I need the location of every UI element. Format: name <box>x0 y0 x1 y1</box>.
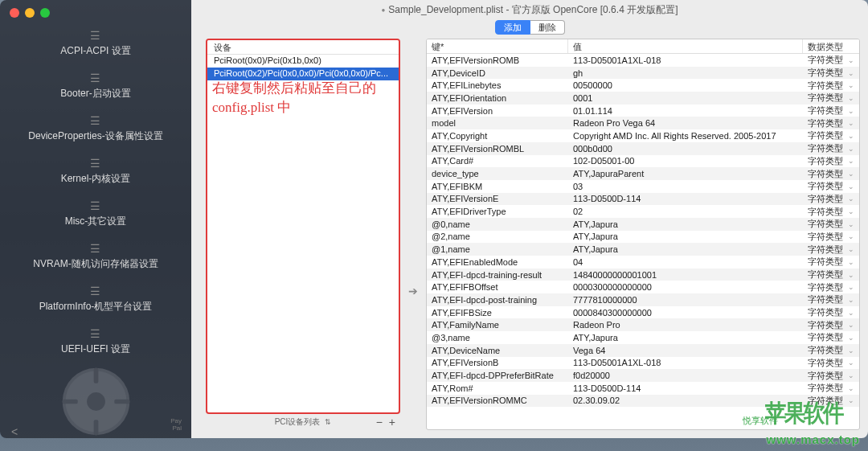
cell-type[interactable]: 字符类型⌄ <box>803 206 859 218</box>
cell-type[interactable]: 字符类型⌄ <box>803 331 859 343</box>
plus-minus-buttons[interactable]: − + <box>376 416 397 428</box>
cell-type[interactable]: 字符类型⌄ <box>803 370 859 382</box>
chevron-down-icon[interactable]: ⌄ <box>848 94 854 102</box>
chevron-updown-icon[interactable]: ⇅ <box>325 418 331 426</box>
cell-key[interactable]: ATY,DeviceID <box>427 68 568 78</box>
cell-type[interactable]: 字符类型⌄ <box>803 155 859 167</box>
cell-value[interactable]: 0001 <box>568 93 803 103</box>
cell-key[interactable]: ATY,Rom# <box>427 383 568 393</box>
table-row[interactable]: ATY,EFIOrientation0001字符类型⌄ <box>427 92 859 105</box>
col-type[interactable]: 数据类型 <box>803 39 859 53</box>
cell-value[interactable]: Copyright AMD Inc. All Rights Reserved. … <box>568 131 803 141</box>
cell-value[interactable]: 113-D0500D-114 <box>568 383 803 393</box>
chevron-down-icon[interactable]: ⌄ <box>848 119 854 127</box>
col-key[interactable]: 键* <box>427 39 568 53</box>
cell-key[interactable]: device_type <box>427 169 568 178</box>
sidebar-item-booter[interactable]: ☰Booter-启动设置 <box>0 65 191 108</box>
cell-value[interactable]: ATY,Japura <box>568 244 803 254</box>
chevron-down-icon[interactable]: ⌄ <box>848 384 854 392</box>
cell-key[interactable]: ATY,EFIVersionB <box>427 358 568 367</box>
cell-value[interactable]: Radeon Pro Vega 64 <box>568 118 803 128</box>
cell-type[interactable]: 字符类型⌄ <box>803 306 859 318</box>
chevron-down-icon[interactable]: ⌄ <box>848 69 854 77</box>
sidebar-item-nvram[interactable]: ☰NVRAM-随机访问存储器设置 <box>0 236 191 278</box>
sidebar-item-acpi[interactable]: ☰ACPI-ACPI 设置 <box>0 23 191 65</box>
chevron-down-icon[interactable]: ⌄ <box>848 371 854 379</box>
device-header[interactable]: 设备 <box>207 40 399 55</box>
cell-key[interactable]: ATY,EFIBKM <box>427 182 568 191</box>
table-row[interactable]: ATY,EFIBKM03字符类型⌄ <box>427 180 859 193</box>
cell-value[interactable]: 102-D05001-00 <box>568 156 803 166</box>
chevron-down-icon[interactable]: ⌄ <box>848 321 854 329</box>
sidebar-item-platforminfo[interactable]: ☰PlatformInfo-机型平台设置 <box>0 278 191 321</box>
cell-value[interactable]: 01.01.114 <box>568 106 803 116</box>
cell-value[interactable]: 7777810000000 <box>568 295 803 305</box>
chevron-down-icon[interactable]: ⌄ <box>848 182 854 191</box>
table-row[interactable]: ATY,EFIVersionB113-D05001A1XL-018字符类型⌄ <box>427 357 859 370</box>
table-row[interactable]: ATY,EFILinebytes00500000字符类型⌄ <box>427 79 859 92</box>
chevron-down-icon[interactable]: ⌄ <box>848 107 854 115</box>
cell-key[interactable]: @3,name <box>427 333 568 342</box>
cell-value[interactable]: ATY,JapuraParent <box>568 169 803 178</box>
delete-button[interactable]: 删除 <box>530 20 565 35</box>
table-row[interactable]: ATY,EFIVersion01.01.114字符类型⌄ <box>427 105 859 117</box>
table-row[interactable]: device_typeATY,JapuraParent字符类型⌄ <box>427 167 859 180</box>
cell-key[interactable]: ATY,EFI-dpcd-post-training <box>427 295 568 305</box>
chevron-down-icon[interactable]: ⌄ <box>848 232 854 240</box>
chevron-down-icon[interactable]: ⌄ <box>848 170 854 178</box>
chevron-down-icon[interactable]: ⌄ <box>848 271 854 279</box>
cell-type[interactable]: 字符类型⌄ <box>803 293 859 305</box>
chevron-down-icon[interactable]: ⌄ <box>848 296 854 304</box>
table-row[interactable]: ATY,FamilyNameRadeon Pro字符类型⌄ <box>427 318 859 331</box>
table-row[interactable]: ATY,EFIFBOffset0000300000000000字符类型⌄ <box>427 281 859 293</box>
cell-key[interactable]: ATY,EFIDriverType <box>427 207 568 216</box>
chevron-down-icon[interactable]: ⌄ <box>848 157 854 165</box>
table-row[interactable]: @2,nameATY,Japura字符类型⌄ <box>427 231 859 244</box>
table-row[interactable]: ATY,EFI-dpcd-DPPreferBitRatef0d20000字符类型… <box>427 369 859 382</box>
cell-value[interactable]: 00500000 <box>568 80 803 90</box>
cell-key[interactable]: ATY,EFIVersionROMMC <box>427 396 568 405</box>
table-row[interactable]: ATY,DeviceIDgh字符类型⌄ <box>427 67 859 80</box>
cell-type[interactable]: 字符类型⌄ <box>803 105 859 117</box>
cell-key[interactable]: model <box>427 118 568 128</box>
cell-key[interactable]: ATY,EFIVersionE <box>427 194 568 203</box>
cell-value[interactable]: ATY,Japura <box>568 219 803 229</box>
cell-type[interactable]: 字符类型⌄ <box>803 244 859 256</box>
table-row[interactable]: @1,nameATY,Japura字符类型⌄ <box>427 243 859 256</box>
cell-key[interactable]: ATY,DeviceName <box>427 346 568 355</box>
cell-type[interactable]: 字符类型⌄ <box>803 142 859 154</box>
cell-type[interactable]: 字符类型⌄ <box>803 357 859 369</box>
cell-value[interactable]: f0d20000 <box>568 371 803 380</box>
cell-key[interactable]: @0,name <box>427 219 568 229</box>
chevron-down-icon[interactable]: ⌄ <box>848 81 854 89</box>
cell-key[interactable]: ATY,EFIFBSize <box>427 308 568 318</box>
cell-value[interactable]: Radeon Pro <box>568 320 803 330</box>
table-row[interactable]: ATY,EFIFBSize0000840300000000字符类型⌄ <box>427 306 859 319</box>
cell-value[interactable]: 000b0d00 <box>568 144 803 154</box>
table-row[interactable]: @3,nameATY,Japura字符类型⌄ <box>427 331 859 344</box>
cell-value[interactable]: 113-D05001A1XL-018 <box>568 358 803 367</box>
sidebar-item-uefi[interactable]: ☰UEFI-UEFI 设置 <box>0 321 191 363</box>
chevron-down-icon[interactable]: ⌄ <box>848 220 854 228</box>
chevron-down-icon[interactable]: ⌄ <box>848 309 854 317</box>
cell-key[interactable]: ATY,EFIVersionROMBL <box>427 144 568 154</box>
col-value[interactable]: 值 <box>568 39 803 53</box>
cell-type[interactable]: 字符类型⌄ <box>803 117 859 129</box>
cell-key[interactable]: ATY,FamilyName <box>427 320 568 330</box>
chevron-down-icon[interactable]: ⌄ <box>848 346 854 355</box>
cell-type[interactable]: 字符类型⌄ <box>803 168 859 180</box>
cell-key[interactable]: ATY,Copyright <box>427 131 568 141</box>
chevron-down-icon[interactable]: ⌄ <box>848 283 854 291</box>
cell-type[interactable]: 字符类型⌄ <box>803 218 859 230</box>
table-row[interactable]: ATY,EFIDriverType02字符类型⌄ <box>427 205 859 218</box>
cell-key[interactable]: ATY,EFI-dpcd-DPPreferBitRate <box>427 371 568 380</box>
sidebar-item-kernel[interactable]: ☰Kernel-内核设置 <box>0 150 191 193</box>
table-row[interactable]: ATY,EFIVersionROMBL000b0d00字符类型⌄ <box>427 142 859 155</box>
chevron-down-icon[interactable]: ⌄ <box>848 258 854 266</box>
table-row[interactable]: ATY,Rom#113-D0500D-114字符类型⌄ <box>427 382 859 395</box>
chevron-down-icon[interactable]: ⌄ <box>848 359 854 367</box>
cell-key[interactable]: @2,name <box>427 232 568 241</box>
transfer-arrow-icon[interactable]: ➔ <box>405 39 421 430</box>
chevron-down-icon[interactable]: ⌄ <box>848 56 854 64</box>
cell-type[interactable]: 字符类型⌄ <box>803 67 859 79</box>
